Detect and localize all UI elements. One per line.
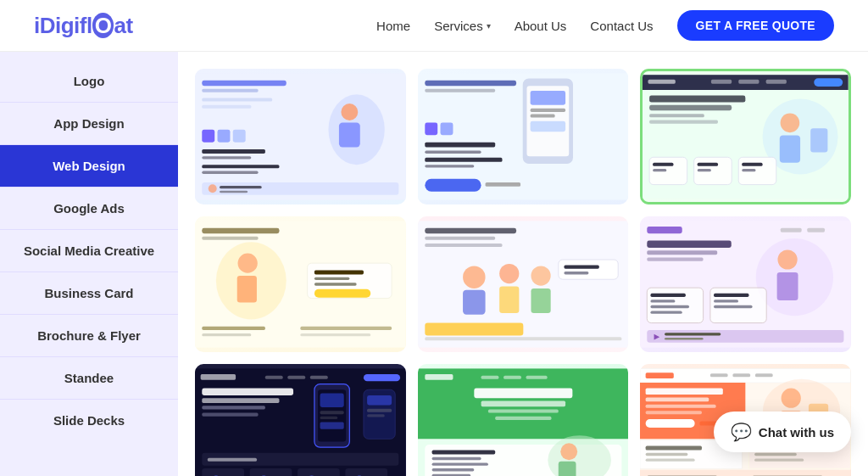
svg-rect-94 — [648, 241, 732, 248]
svg-rect-107 — [714, 300, 738, 302]
sidebar-item-business-card[interactable]: Business Card — [0, 272, 178, 315]
svg-rect-93 — [808, 228, 826, 232]
svg-rect-103 — [651, 300, 676, 302]
svg-rect-12 — [202, 156, 251, 159]
svg-rect-86 — [564, 266, 598, 269]
svg-rect-145 — [425, 374, 453, 380]
svg-rect-77 — [425, 237, 495, 240]
svg-rect-109 — [648, 330, 844, 343]
logo-text: iDigiflOat — [34, 13, 133, 38]
svg-rect-137 — [345, 468, 387, 476]
svg-rect-7 — [339, 122, 360, 147]
svg-rect-171 — [646, 397, 709, 401]
svg-rect-149 — [474, 389, 572, 399]
svg-point-79 — [463, 266, 486, 288]
svg-rect-116 — [287, 376, 305, 379]
chat-widget[interactable]: 💬 Chat with us — [714, 412, 851, 452]
sidebar-item-web-design[interactable]: Web Design — [0, 145, 178, 188]
svg-point-6 — [341, 104, 358, 120]
grid-item-8[interactable] — [418, 364, 629, 476]
sidebar-item-social-media[interactable]: Social Media Creative — [0, 230, 178, 272]
svg-rect-167 — [733, 373, 751, 377]
svg-rect-30 — [425, 143, 495, 148]
grid-item-5[interactable] — [418, 216, 629, 352]
svg-rect-108 — [714, 305, 753, 308]
sidebar-item-slide-decks[interactable]: Slide Decks — [0, 400, 178, 441]
sidebar-item-logo[interactable]: Logo — [0, 60, 178, 103]
nav-contact[interactable]: Contact Us — [590, 19, 653, 33]
svg-rect-172 — [646, 405, 716, 408]
svg-rect-147 — [504, 376, 521, 379]
svg-rect-71 — [202, 327, 265, 330]
sidebar-item-standee[interactable]: Standee — [0, 357, 178, 400]
svg-rect-114 — [201, 374, 236, 380]
header: iDigiflOat Home Services ▾ About Us Cont… — [0, 0, 868, 52]
svg-rect-131 — [367, 409, 392, 412]
svg-rect-170 — [646, 389, 723, 395]
svg-rect-128 — [320, 422, 344, 428]
nav-home[interactable]: Home — [376, 19, 410, 33]
sidebar-item-app-design[interactable]: App Design — [0, 103, 178, 145]
logo[interactable]: iDigiflOat — [34, 13, 133, 39]
svg-point-81 — [499, 264, 519, 283]
svg-rect-186 — [754, 453, 797, 456]
svg-rect-10 — [233, 130, 246, 143]
svg-rect-39 — [711, 80, 732, 84]
svg-rect-92 — [781, 228, 802, 232]
svg-rect-89 — [425, 337, 621, 340]
svg-rect-168 — [755, 373, 773, 377]
grid-item-4[interactable] — [195, 216, 406, 352]
svg-rect-126 — [320, 411, 344, 414]
sidebar: Logo App Design Web Design Google Ads So… — [0, 52, 178, 476]
svg-rect-46 — [649, 120, 718, 124]
svg-rect-73 — [300, 327, 392, 330]
nav-services[interactable]: Services ▾ — [434, 19, 491, 33]
svg-rect-112 — [665, 338, 704, 339]
svg-rect-119 — [202, 389, 293, 395]
sidebar-item-brochure-flyer[interactable]: Brochure & Flyer — [0, 315, 178, 357]
svg-rect-130 — [367, 395, 392, 406]
svg-rect-3 — [202, 98, 272, 101]
svg-rect-174 — [646, 419, 695, 428]
svg-rect-24 — [530, 91, 565, 105]
svg-rect-34 — [425, 179, 481, 192]
get-quote-button[interactable]: GET A FREE QUOTE — [677, 10, 834, 41]
svg-rect-121 — [202, 406, 265, 409]
svg-rect-61 — [202, 228, 279, 234]
svg-rect-156 — [431, 462, 487, 465]
svg-point-16 — [209, 184, 217, 193]
svg-rect-111 — [665, 333, 721, 335]
svg-rect-13 — [202, 165, 279, 168]
svg-rect-120 — [202, 398, 279, 403]
svg-rect-122 — [202, 413, 258, 417]
svg-rect-27 — [530, 121, 565, 132]
svg-rect-157 — [431, 468, 474, 471]
svg-rect-148 — [526, 376, 547, 379]
svg-rect-28 — [425, 122, 437, 135]
grid-item-2[interactable] — [418, 69, 629, 204]
svg-rect-2 — [202, 89, 258, 92]
chevron-down-icon: ▾ — [487, 21, 491, 31]
svg-rect-127 — [320, 417, 338, 419]
grid-item-3[interactable] — [640, 69, 851, 204]
svg-rect-41 — [766, 80, 787, 84]
grid-item-6[interactable] — [640, 216, 851, 352]
svg-rect-162 — [558, 462, 576, 476]
svg-rect-84 — [531, 288, 550, 313]
svg-rect-166 — [710, 373, 728, 377]
grid-item-1[interactable] — [195, 69, 406, 204]
svg-rect-32 — [425, 158, 502, 162]
svg-rect-11 — [202, 149, 265, 154]
svg-rect-72 — [202, 333, 251, 336]
grid-item-7[interactable] — [195, 364, 406, 476]
svg-rect-125 — [320, 393, 344, 407]
svg-point-83 — [531, 266, 550, 285]
sidebar-item-google-ads[interactable]: Google Ads — [0, 188, 178, 230]
svg-rect-187 — [754, 458, 804, 461]
svg-rect-151 — [488, 409, 559, 412]
svg-rect-188 — [640, 470, 851, 476]
nav-about[interactable]: About Us — [515, 19, 567, 33]
svg-rect-29 — [440, 122, 453, 135]
svg-rect-68 — [314, 277, 349, 280]
svg-rect-65 — [237, 276, 257, 302]
